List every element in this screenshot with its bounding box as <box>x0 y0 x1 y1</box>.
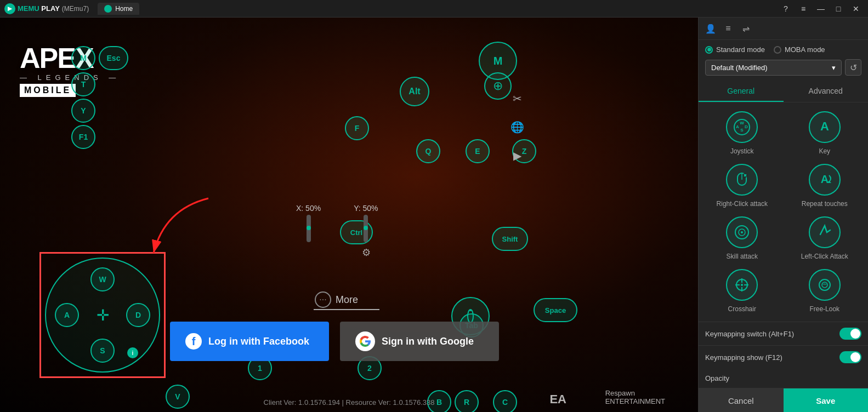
menu-button[interactable]: ≡ <box>796 1 811 16</box>
google-label: Sign in with Google <box>382 336 474 347</box>
svg-text:A: A <box>820 119 829 133</box>
key-space[interactable]: Space <box>534 298 577 322</box>
refresh-button[interactable]: ↺ <box>845 59 861 76</box>
moba-mode-radio[interactable]: MOBA mode <box>774 45 825 54</box>
right-click-label: Right-Click attack <box>717 200 768 208</box>
key-v[interactable]: V <box>166 385 190 409</box>
home-tab[interactable]: Home <box>98 3 139 15</box>
key-c[interactable]: C <box>493 390 517 412</box>
google-icon <box>355 331 375 351</box>
key-y[interactable]: Y <box>71 99 95 123</box>
preset-value: Default (Modified) <box>711 64 768 72</box>
title-bar-left: ▶ MEMU PLAY (MEmu7) Home <box>0 3 144 15</box>
key-shift[interactable]: Shift <box>492 227 528 251</box>
opacity-label: Opacity <box>705 374 729 382</box>
freelook-ctrl-icon <box>809 269 841 301</box>
rp-top-bar: 👤 ≡ ⇌ <box>699 18 868 40</box>
hamburger-icon[interactable]: ≡ <box>721 21 736 36</box>
key-q[interactable]: Q <box>416 139 440 163</box>
more-button[interactable]: ··· More <box>315 291 358 308</box>
left-click-label: Left-Click Attack <box>801 253 848 260</box>
keymapping-show-toggle[interactable] <box>839 351 861 363</box>
joystick-label: Joystick <box>730 147 754 155</box>
svg-point-1 <box>468 310 473 323</box>
more-label: More <box>336 294 358 306</box>
login-facebook-button[interactable]: f Log in with Facebook <box>170 322 329 361</box>
svg-point-18 <box>741 231 743 233</box>
key-f[interactable]: F <box>345 116 369 140</box>
ctrl-left-click[interactable]: Left-Click Attack <box>788 216 862 260</box>
login-google-button[interactable]: Sign in with Google <box>340 322 499 361</box>
main-area: APEX — LEGENDS — MOBILE W A S D ✛ <box>0 18 868 412</box>
facebook-label: Log in with Facebook <box>208 336 309 347</box>
help-button[interactable]: ? <box>778 1 793 16</box>
skill-label: Skill attack <box>727 253 758 260</box>
svg-text:A: A <box>821 173 829 185</box>
maximize-button[interactable]: □ <box>831 1 846 16</box>
ctrl-freelook[interactable]: Free-Look <box>788 269 862 313</box>
facebook-icon: f <box>185 333 202 350</box>
crosshair-label: Crosshair <box>728 305 756 313</box>
ea-logo: EA <box>549 392 566 407</box>
crosshair-icon <box>726 269 758 301</box>
play-icon[interactable]: ▶ <box>507 146 527 165</box>
game-area: APEX — LEGENDS — MOBILE W A S D ✛ <box>0 18 698 412</box>
standard-mode-label: Standard mode <box>716 45 765 54</box>
right-panel: 👤 ≡ ⇌ Standard mode MOBA mode Default (M… <box>698 18 868 412</box>
standard-mode-radio[interactable]: Standard mode <box>705 45 765 54</box>
bottom-buttons: Cancel Save <box>699 388 868 412</box>
preset-select[interactable]: Default (Modified) ▾ <box>705 60 842 76</box>
close-button[interactable]: ✕ <box>848 1 864 16</box>
key-s[interactable]: S <box>90 339 115 363</box>
ctrl-joystick[interactable]: W S A D Joystick <box>705 111 779 155</box>
key-d[interactable]: D <box>126 303 150 327</box>
ctrl-key[interactable]: A Key <box>788 111 862 155</box>
repeat-touches-label: Repeat touches <box>802 200 848 208</box>
rp-top-icons: 👤 ≡ ⇌ <box>703 21 753 36</box>
mode-row: Standard mode MOBA mode <box>699 40 868 59</box>
key-r[interactable]: R <box>455 390 479 412</box>
svg-point-24 <box>741 284 743 286</box>
ctrl-right-click[interactable]: Right-Click attack <box>705 164 779 208</box>
y-value: Y: 50% <box>354 204 378 244</box>
user-icon[interactable]: 👤 <box>703 21 718 36</box>
svg-text:W: W <box>740 121 744 125</box>
info-dot: i <box>127 347 138 358</box>
app-logo: ▶ MEMU PLAY (MEmu7) <box>4 3 89 14</box>
ctrl-repeat-touches[interactable]: A Repeat touches <box>788 164 862 208</box>
key-f1[interactable]: F1 <box>71 125 95 149</box>
tab-general[interactable]: General <box>699 81 784 102</box>
toggle-knob-2 <box>850 352 860 362</box>
key-alt[interactable]: Alt <box>400 77 429 106</box>
dpad-center: ✛ <box>97 306 109 324</box>
joystick-ring: W A S D ✛ i <box>45 258 160 373</box>
home-tab-dot <box>104 5 112 13</box>
more-dots-icon: ··· <box>315 291 331 308</box>
gear-icon[interactable]: ⚙ <box>362 247 371 259</box>
ctrl-crosshair[interactable]: Crosshair <box>705 269 779 313</box>
key-e[interactable]: E <box>466 139 490 163</box>
joystick-area[interactable]: W A S D ✛ i <box>45 258 160 373</box>
app-name: MEMU PLAY <box>18 4 60 13</box>
keymapping-show-row: Keymapping show (F12) <box>699 345 868 369</box>
minimize-button[interactable]: — <box>813 1 829 16</box>
keymapping-switch-toggle[interactable] <box>839 328 861 340</box>
key-a[interactable]: A <box>55 303 79 327</box>
tab-advanced[interactable]: Advanced <box>784 81 869 102</box>
toggle-knob <box>850 329 860 339</box>
right-click-icon <box>726 164 758 196</box>
save-button[interactable]: Save <box>784 388 869 412</box>
home-tab-label: Home <box>115 5 133 13</box>
key-w[interactable]: W <box>90 267 115 291</box>
freelook-icon[interactable]: ⊕ <box>484 72 512 100</box>
key-esc[interactable]: Esc <box>99 46 128 70</box>
keymapping-switch-row: Keymapping switch (Alt+F1) <box>699 322 868 345</box>
globe-icon[interactable]: 🌐 <box>507 117 527 137</box>
key-t[interactable]: T <box>71 72 95 96</box>
logo-icon: ▶ <box>4 3 15 14</box>
cancel-button[interactable]: Cancel <box>699 388 784 412</box>
key-m-top[interactable]: M <box>71 46 95 70</box>
expand-icon[interactable]: ⇌ <box>738 21 753 36</box>
tabs-row: General Advanced <box>699 81 868 102</box>
ctrl-skill[interactable]: Skill attack <box>705 216 779 260</box>
